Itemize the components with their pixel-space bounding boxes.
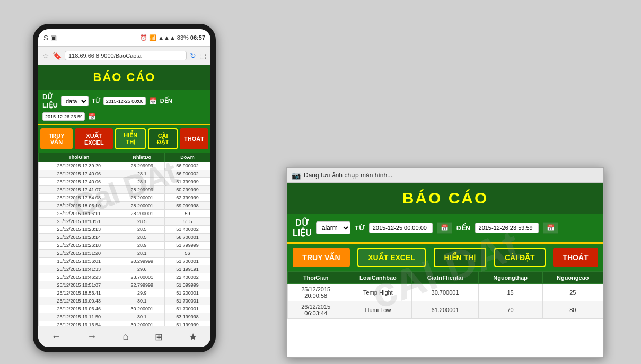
window-xuat-excel-button[interactable]: XUẤT EXCEL: [357, 248, 426, 267]
phone-data-select[interactable]: data: [61, 96, 89, 106]
win-col-loaicanhbao: LoaiCanhbao: [344, 272, 412, 284]
phone-header: BÁO CÁO: [38, 65, 210, 90]
table-row: 25/12/2015 17:40:0628.151.799999: [39, 178, 210, 186]
phone-truy-van-button[interactable]: TRUY VẤN: [40, 128, 73, 149]
phone-from-calendar-icon[interactable]: 📅: [149, 97, 157, 105]
window-du-lieu-label: DỮLIỆU: [293, 218, 312, 238]
clock-time: 06:57: [190, 34, 205, 41]
window-from-date[interactable]: [369, 223, 433, 233]
window-data-select[interactable]: alarm: [316, 221, 350, 234]
phone-from-label: TỪ: [92, 97, 100, 104]
win-col-nguongthap: Nguongthap: [478, 272, 542, 284]
window-to-calendar-icon[interactable]: 📅: [543, 222, 558, 234]
desktop-window: 📷 Đang lưu ảnh chụp màn hình... cAI DAt …: [286, 167, 604, 358]
status-left: S ▣: [43, 34, 57, 42]
status-bar: S ▣ ⏰ 📶 ▲▲▲ 83% 06:57: [38, 29, 210, 46]
table-row: 25/12/2015 19:06:4630.20000151.700001: [39, 305, 210, 313]
phone-hien-thi-button[interactable]: HIỂN THỊ: [115, 128, 146, 149]
phone-data-table: ThoiGian NhietDo DoAm 25/12/2015 17:39:2…: [38, 153, 210, 326]
window-data-table: ThoiGian LoaiCanhbao GiatriFfientai Nguo…: [287, 271, 603, 319]
window-to-date[interactable]: [475, 223, 539, 233]
phone-home-button[interactable]: ⌂: [123, 331, 129, 342]
window-from-calendar-icon[interactable]: 📅: [437, 222, 452, 234]
phone-xuat-excel-button[interactable]: XUẤT EXCEL: [75, 128, 113, 149]
window-from-label: TỪ: [355, 224, 365, 232]
wifi-icon: 📶: [149, 34, 156, 41]
table-row: 25/12/2015 17:41:0728.29999950.299999: [39, 186, 210, 194]
battery-percent: 83%: [177, 34, 189, 41]
table-row: 25/12/2015 19:11:5030.153.199998: [39, 313, 210, 321]
phone-col-nhietdo: NhietDo: [119, 153, 165, 162]
window-title-bar: 📷 Đang lưu ảnh chụp màn hình...: [287, 168, 603, 183]
window-thoat-button[interactable]: THOÁT: [553, 248, 598, 267]
phone-from-date[interactable]: [103, 97, 146, 105]
status-apps-icon: S: [43, 34, 48, 42]
phone-to-label: ĐẾN: [160, 97, 172, 104]
window-hien-thi-button[interactable]: HIỂN THỊ: [434, 248, 487, 267]
tabs-icon[interactable]: ⬚: [199, 51, 206, 60]
table-row: 25/12/2015 18:26:1828.951.799999: [39, 242, 210, 250]
window-truy-van-button[interactable]: TRUY VẤN: [293, 248, 349, 267]
win-col-thoigian: ThoiGian: [288, 272, 344, 284]
window-du-lieu-row: DỮLIỆU alarm TỪ 📅 ĐẾN 📅: [287, 214, 603, 242]
phone-nav-bar: ← → ⌂ ⊞ ★: [38, 326, 210, 347]
window-camera-icon: 📷: [292, 171, 301, 180]
phone-screen: S ▣ ⏰ 📶 ▲▲▲ 83% 06:57 ☆ 🔖 118.69.66.8:90…: [38, 29, 210, 347]
table-row: 25/12/2015 17:40:0628.156.900002: [39, 170, 210, 178]
window-cai-dat-button[interactable]: CÀI ĐẶT: [494, 248, 546, 267]
window-body: cAI DAt BÁO CÁO DỮLIỆU alarm TỪ 📅 ĐẾN 📅 …: [287, 183, 603, 357]
phone-to-calendar-icon[interactable]: 📅: [88, 113, 96, 120]
phone-forward-button[interactable]: →: [87, 331, 96, 342]
table-row: 15/12/2015 18:36:0120.29999951.700001: [39, 258, 210, 265]
window-table-area: ThoiGian LoaiCanhbao GiatriFfientai Nguo…: [287, 271, 603, 357]
table-row: 25/12/2015 18:31:2028.156: [39, 250, 210, 258]
table-row: 25/12/2015 18:05:1028.20000159.099998: [39, 202, 210, 210]
table-row: 25/12/2015 18:06:1128.20000159: [39, 210, 210, 218]
table-row: 25/12/2015 18:23:1328.553.400002: [39, 226, 210, 234]
win-col-giatri: GiatriFfientai: [412, 272, 478, 284]
table-row: 25/12/2015 18:41:3329.651.199191: [39, 265, 210, 273]
star-icon[interactable]: ☆: [42, 51, 49, 60]
table-row: 25/12/2015 18:51:0722.79999951.399999: [39, 281, 210, 289]
status-screenshot-icon: ▣: [50, 34, 57, 42]
phone-bookmarks-button[interactable]: ★: [189, 331, 197, 343]
alarm-icon: ⏰: [140, 34, 147, 41]
status-right: ⏰ 📶 ▲▲▲ 83% 06:57: [140, 34, 205, 41]
window-app-title: BÁO CÁO: [293, 189, 598, 207]
phone-device: S ▣ ⏰ 📶 ▲▲▲ 83% 06:57 ☆ 🔖 118.69.66.8:90…: [33, 24, 216, 352]
window-to-label: ĐẾN: [456, 224, 471, 232]
phone-back-button[interactable]: ←: [51, 331, 61, 342]
url-input[interactable]: 118.69.66.8:9000/BaoCao.a: [65, 51, 187, 60]
table-row: 25/12/2015 18:56:4129.951.200001: [39, 289, 210, 297]
signal-icon: ▲▲▲: [158, 34, 175, 41]
phone-table-area: ThoiGian NhietDo DoAm 25/12/2015 17:39:2…: [38, 153, 210, 326]
reload-icon[interactable]: ↻: [190, 51, 196, 60]
phone-col-thoigian: ThoiGian: [39, 153, 119, 162]
phone-thoat-button[interactable]: THOÁT: [180, 128, 208, 149]
window-title-text: Đang lưu ảnh chụp màn hình...: [304, 172, 392, 179]
phone-tabs-button[interactable]: ⊞: [155, 331, 163, 343]
table-row: 25/12/2015 18:23:1428.556.700001: [39, 234, 210, 242]
table-row: 26/12/2015 06:03:44Humi Low61.2000017080: [288, 301, 603, 319]
phone-action-buttons: TRUY VẤN XUẤT EXCEL HIỂN THỊ CÀI ĐẶT THO…: [38, 124, 210, 153]
win-col-nguongcao: Nguongcao: [542, 272, 603, 284]
table-row: 25/12/2015 18:46:2323.70000122.400002: [39, 273, 210, 281]
phone-app-content: CaI DAt BÁO CÁO DỮLIỆU data TỪ 📅 ĐẾN 📅: [38, 65, 210, 326]
table-row: 25/12/2015 19:16:5430.20000151.199999: [39, 321, 210, 326]
table-row: 25/12/2015 20:00:58Temp Hight30.70000115…: [288, 284, 603, 301]
table-row: 25/12/2015 17:39:2928.29999956.900002: [39, 162, 210, 170]
table-row: 25/12/2015 17:54:0828.20000162.799999: [39, 194, 210, 202]
phone-du-lieu-row: DỮLIỆU data TỪ 📅 ĐẾN 📅: [38, 90, 210, 124]
phone-col-doam: DoAm: [165, 153, 210, 162]
table-row: 25/12/2015 19:00:4330.151.700001: [39, 297, 210, 305]
phone-du-lieu-label: DỮLIỆU: [42, 93, 58, 109]
phone-cai-dat-button[interactable]: CÀI ĐẶT: [148, 128, 178, 149]
url-bar: ☆ 🔖 118.69.66.8:9000/BaoCao.a ↻ ⬚: [38, 46, 210, 65]
window-action-buttons: TRUY VẤN XUẤT EXCEL HIỂN THỊ CÀI ĐẶT THO…: [287, 242, 603, 271]
phone-app-title: BÁO CÁO: [43, 70, 205, 84]
window-app-header: BÁO CÁO: [287, 183, 603, 214]
phone-to-date[interactable]: [42, 112, 85, 121]
bookmark-icon[interactable]: 🔖: [52, 51, 62, 60]
table-row: 25/12/2015 18:13:5128.551.5: [39, 218, 210, 226]
